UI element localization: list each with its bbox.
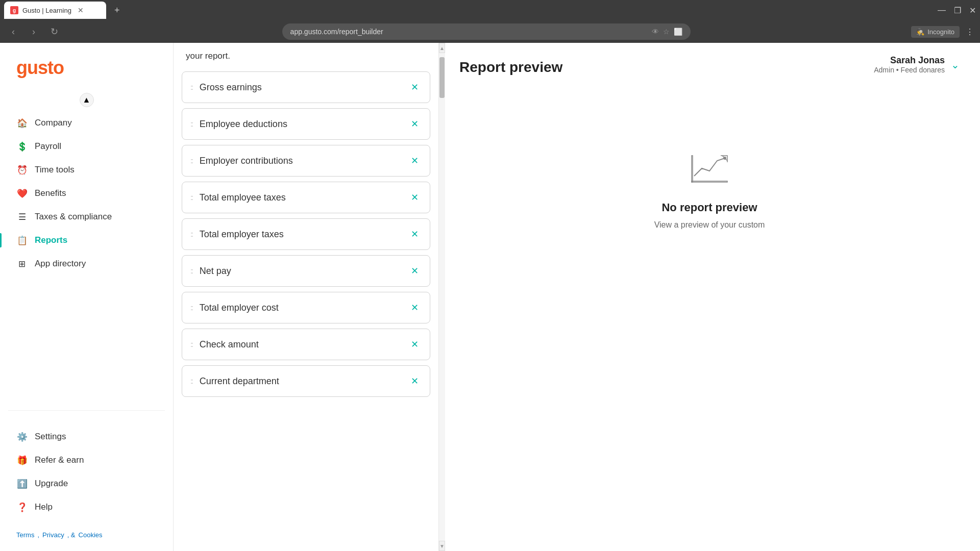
sidebar-logo: gusto <box>0 43 173 89</box>
time-tools-icon: ⏰ <box>16 164 28 176</box>
remove-gross-earnings-button[interactable]: ✕ <box>407 80 422 94</box>
remove-total-employee-taxes-button[interactable]: ✕ <box>407 190 422 205</box>
scroll-up-button[interactable]: ▲ <box>80 93 94 107</box>
help-icon: ❓ <box>16 502 28 513</box>
report-item-current-department[interactable]: :: Current department ✕ <box>182 365 430 397</box>
address-bar-row: ‹ › ↻ app.gusto.com/report_builder 👁 ☆ ⬜… <box>0 20 980 43</box>
benefits-icon: ❤️ <box>16 188 28 199</box>
browser-tab-bar: g Gusto | Learning ✕ + — ❐ ✕ <box>0 0 980 20</box>
menu-icon[interactable]: ⋮ <box>966 27 974 37</box>
report-item-total-employee-taxes[interactable]: :: Total employee taxes ✕ <box>182 182 430 213</box>
panel-header-partial: your report. <box>174 43 438 71</box>
report-panel: your report. :: Gross earnings ✕ :: Empl… <box>174 43 439 551</box>
taxes-icon: ☰ <box>16 211 28 222</box>
panel-wrapper: your report. :: Gross earnings ✕ :: Empl… <box>174 43 439 551</box>
forward-button[interactable]: › <box>27 24 41 39</box>
sidebar-item-app-directory[interactable]: ⊞ App directory <box>8 252 165 276</box>
address-bar[interactable]: app.gusto.com/report_builder 👁 ☆ ⬜ <box>282 23 691 40</box>
scrollbar-thumb[interactable] <box>439 57 445 98</box>
drag-handle-gross-earnings: :: <box>190 83 192 91</box>
tab-favicon: g <box>10 6 18 14</box>
sidebar-label-company: Company <box>35 118 72 128</box>
active-tab[interactable]: g Gusto | Learning ✕ <box>4 2 106 19</box>
star-icon: ☆ <box>663 28 670 36</box>
remove-employer-contributions-button[interactable]: ✕ <box>407 154 422 168</box>
report-item-net-pay[interactable]: :: Net pay ✕ <box>182 255 430 287</box>
tab-close-button[interactable]: ✕ <box>78 6 84 14</box>
user-info: Sarah Jonas Admin • Feed donares <box>874 55 945 74</box>
new-tab-button[interactable]: + <box>110 3 124 18</box>
report-item-total-employer-taxes[interactable]: :: Total employer taxes ✕ <box>182 218 430 250</box>
browser-right-icons: 🕵 Incognito ⋮ <box>911 26 974 38</box>
sidebar: gusto ▲ 🏠 Company 💲 Payroll ⏰ Time tools… <box>0 43 174 551</box>
item-label-employer-contributions: Employer contributions <box>200 156 407 166</box>
svg-line-3 <box>722 156 727 161</box>
drag-handle-employee-deductions: :: <box>190 120 192 128</box>
item-label-net-pay: Net pay <box>200 266 407 277</box>
drag-handle-check-amount: :: <box>190 340 192 348</box>
report-item-gross-earnings[interactable]: :: Gross earnings ✕ <box>182 71 430 103</box>
drag-handle-current-department: :: <box>190 377 192 385</box>
close-button[interactable]: ✕ <box>969 6 976 15</box>
report-item-check-amount[interactable]: :: Check amount ✕ <box>182 329 430 360</box>
remove-net-pay-button[interactable]: ✕ <box>407 264 422 278</box>
sidebar-label-reports: Reports <box>35 235 67 245</box>
incognito-button[interactable]: 🕵 Incognito <box>911 26 960 38</box>
main-content: Sarah Jonas Admin • Feed donares ⌄ your … <box>174 43 980 551</box>
nav-divider <box>8 410 165 411</box>
panel-scrollbar[interactable]: ▲ ▼ <box>439 43 445 551</box>
sidebar-bottom: ⚙️ Settings 🎁 Refer & earn ⬆️ Upgrade ❓ … <box>0 417 173 531</box>
item-label-total-employee-taxes: Total employee taxes <box>200 192 407 203</box>
preview-subtitle: View a preview of your custom <box>654 220 765 230</box>
svg-rect-0 <box>692 181 727 182</box>
logo-text: gusto <box>16 57 64 78</box>
svg-rect-1 <box>692 156 693 182</box>
remove-check-amount-button[interactable]: ✕ <box>407 337 422 352</box>
sidebar-item-company[interactable]: 🏠 Company <box>8 111 165 135</box>
preview-panel: Report preview No report preview View a … <box>439 43 980 551</box>
back-button[interactable]: ‹ <box>6 24 20 39</box>
sidebar-label-app-directory: App directory <box>35 259 86 269</box>
sidebar-item-taxes[interactable]: ☰ Taxes & compliance <box>8 205 165 229</box>
terms-link[interactable]: Terms <box>16 531 34 539</box>
scrollbar-down-button[interactable]: ▼ <box>439 541 445 551</box>
no-preview-label: No report preview <box>662 201 757 214</box>
privacy-link[interactable]: Privacy <box>42 531 64 539</box>
remove-current-department-button[interactable]: ✕ <box>407 374 422 388</box>
settings-icon: ⚙️ <box>16 431 28 442</box>
sidebar-item-payroll[interactable]: 💲 Payroll <box>8 135 165 158</box>
sidebar-item-settings[interactable]: ⚙️ Settings <box>8 425 165 448</box>
profile-icon: ⬜ <box>674 28 682 36</box>
drag-handle-total-employer-taxes: :: <box>190 230 192 238</box>
remove-employee-deductions-button[interactable]: ✕ <box>407 117 422 131</box>
drag-handle-total-employer-cost: :: <box>190 304 192 312</box>
app: gusto ▲ 🏠 Company 💲 Payroll ⏰ Time tools… <box>0 43 980 551</box>
sidebar-item-time-tools[interactable]: ⏰ Time tools <box>8 158 165 182</box>
tab-title: Gusto | Learning <box>22 7 71 14</box>
reload-button[interactable]: ↻ <box>47 24 61 39</box>
sidebar-item-help[interactable]: ❓ Help <box>8 495 165 519</box>
user-role: Admin • Feed donares <box>874 66 945 74</box>
drag-handle-net-pay: :: <box>190 267 192 275</box>
user-chevron-icon[interactable]: ⌄ <box>951 59 960 71</box>
minimize-button[interactable]: — <box>938 6 946 15</box>
report-item-employee-deductions[interactable]: :: Employee deductions ✕ <box>182 108 430 140</box>
maximize-button[interactable]: ❐ <box>954 6 961 15</box>
drag-handle-total-employee-taxes: :: <box>190 193 192 202</box>
scrollbar-up-button[interactable]: ▲ <box>439 43 445 53</box>
separator2: , & <box>67 531 76 539</box>
address-text: app.gusto.com/report_builder <box>290 28 383 36</box>
remove-total-employer-taxes-button[interactable]: ✕ <box>407 227 422 241</box>
sidebar-links: Terms , Privacy , & Cookies <box>0 531 173 551</box>
report-item-total-employer-cost[interactable]: :: Total employer cost ✕ <box>182 292 430 323</box>
remove-total-employer-cost-button[interactable]: ✕ <box>407 300 422 315</box>
sidebar-label-taxes: Taxes & compliance <box>35 212 112 222</box>
item-label-check-amount: Check amount <box>200 339 407 350</box>
sidebar-item-benefits[interactable]: ❤️ Benefits <box>8 182 165 205</box>
sidebar-item-upgrade[interactable]: ⬆️ Upgrade <box>8 472 165 495</box>
sidebar-item-refer[interactable]: 🎁 Refer & earn <box>8 448 165 472</box>
report-item-employer-contributions[interactable]: :: Employer contributions ✕ <box>182 145 430 177</box>
cookies-link[interactable]: Cookies <box>79 531 103 539</box>
sidebar-item-reports[interactable]: 📋 Reports <box>8 229 165 252</box>
item-label-gross-earnings: Gross earnings <box>200 82 407 93</box>
